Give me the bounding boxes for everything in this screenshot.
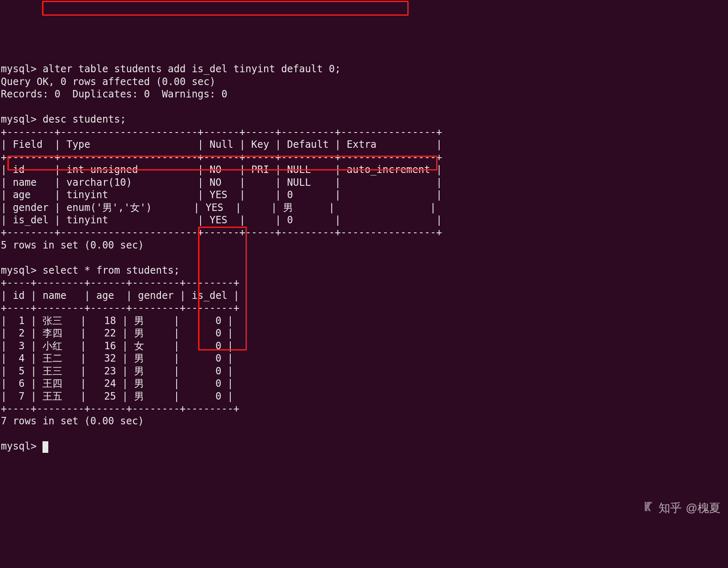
sel-sep: +----+--------+------+--------+--------+ [1, 277, 239, 289]
desc-row: | is_del | tinyint | YES | | 0 | | [1, 214, 442, 226]
prompt: mysql> [1, 114, 43, 125]
sel-row: | 1 | 张三 | 18 | 男 | 0 | [1, 315, 233, 327]
cmd-desc: desc students; [43, 114, 126, 125]
sel-footer: 7 rows in set (0.00 sec) [1, 415, 144, 427]
sel-header: | id | name | age | gender | is_del | [1, 290, 239, 301]
desc-row: | gender | enum('男','女') | YES | | 男 | | [1, 202, 436, 213]
result-ok: Query OK, 0 rows affected (0.00 sec) [1, 76, 215, 88]
terminal-output: mysql> alter table students add is_del t… [0, 50, 728, 453]
sel-row: | 3 | 小红 | 16 | 女 | 0 | [1, 340, 233, 352]
prompt: mysql> [1, 63, 43, 75]
desc-sep: +--------+-----------------------+------… [1, 126, 442, 138]
zhihu-icon [629, 485, 654, 531]
sel-row: | 2 | 李四 | 22 | 男 | 0 | [1, 327, 233, 339]
sel-sep: +----+--------+------+--------+--------+ [1, 403, 239, 414]
highlight-alter-cmd [42, 1, 409, 16]
watermark-author: @槐夏 [686, 501, 721, 516]
prompt: mysql> [1, 265, 43, 276]
watermark: 知乎 @槐夏 [629, 485, 721, 531]
prompt: mysql> [1, 440, 43, 452]
cmd-alter: alter table students add is_del tinyint … [43, 63, 340, 75]
desc-footer: 5 rows in set (0.00 sec) [1, 239, 144, 251]
desc-row: | age | tinyint | YES | | 0 | | [1, 189, 442, 201]
result-records: Records: 0 Duplicates: 0 Warnings: 0 [1, 88, 227, 100]
sel-row: | 6 | 王四 | 24 | 男 | 0 | [1, 378, 233, 389]
desc-sep: +--------+-----------------------+------… [1, 227, 442, 238]
sel-sep: +----+--------+------+--------+--------+ [1, 302, 239, 314]
watermark-brand: 知乎 [659, 501, 682, 516]
sel-row: | 7 | 王五 | 25 | 男 | 0 | [1, 390, 233, 402]
sel-row: | 5 | 王三 | 23 | 男 | 0 | [1, 365, 233, 377]
cmd-select: select * from students; [43, 265, 180, 276]
sel-row: | 4 | 王二 | 32 | 男 | 0 | [1, 353, 233, 364]
cursor-icon[interactable] [43, 441, 48, 453]
desc-header: | Field | Type | Null | Key | Default | … [1, 139, 442, 150]
desc-sep: +--------+-----------------------+------… [1, 151, 442, 163]
desc-row: | name | varchar(10) | NO | | NULL | | [1, 177, 442, 188]
desc-row: | id | int unsigned | NO | PRI | NULL | … [1, 164, 442, 175]
